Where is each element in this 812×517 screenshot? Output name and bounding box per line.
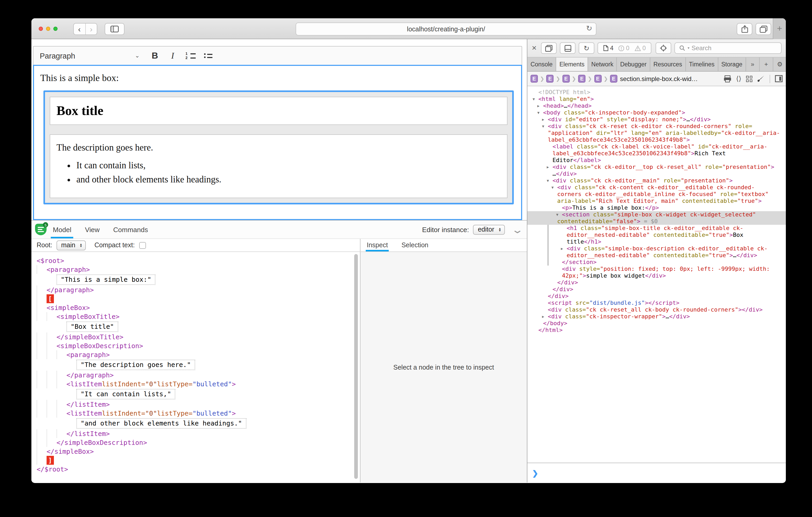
model-tree-node[interactable]: "Box title" — [37, 321, 360, 332]
dom-tree-line[interactable]: ▼<div class="ck ck-content ck-editor__ed… — [527, 184, 786, 191]
model-tree-node[interactable]: </paragraph> — [37, 371, 360, 379]
dom-tree-line[interactable]: title</h1> — [527, 238, 786, 245]
heading-dropdown[interactable]: Paragraph ⌄ — [33, 47, 146, 65]
bulleted-list-button[interactable] — [200, 48, 216, 63]
devtools-tab-resources[interactable]: Resources — [650, 58, 686, 71]
settings-gear-icon[interactable]: ⚙ — [773, 58, 786, 71]
address-bar[interactable]: localhost/creating-a-plugin/ ↻ — [296, 23, 597, 35]
dock-bottom-button[interactable] — [560, 42, 576, 54]
model-tree-node[interactable]: </$root> — [37, 465, 360, 474]
italic-button[interactable]: I — [164, 48, 181, 63]
new-tab-button[interactable]: + — [773, 18, 786, 39]
model-tree-node[interactable]: <simpleBox> — [37, 303, 360, 312]
dom-tree-line[interactable]: ▶<div class="ck-inspector-wrapper">…</di… — [527, 313, 786, 320]
dom-tree-line[interactable]: aria-label="Rich Text Editor, main" cont… — [527, 197, 786, 204]
element-badge[interactable]: E — [610, 75, 617, 83]
devtools-tab-storage[interactable]: Storage — [718, 58, 746, 71]
text-node[interactable]: "It can contain lists," — [77, 389, 175, 399]
simple-box-description[interactable]: The description goes here. It can contai… — [50, 134, 508, 198]
dom-tree-line[interactable]: ▶<div id="editor" style="display: none;"… — [527, 116, 786, 123]
model-tree-node[interactable]: <simpleBoxTitle> — [37, 312, 360, 321]
zoom-window-button[interactable] — [53, 27, 58, 31]
model-tree-node[interactable]: "and other block elements like headings.… — [37, 418, 360, 429]
list-item[interactable]: and other block elements like headings. — [77, 174, 501, 185]
model-tree-node[interactable]: "This is a simple box:" — [37, 274, 360, 285]
dom-tree-line[interactable]: ▼<html lang="en"> — [527, 96, 786, 102]
dom-tree-line[interactable]: Editor</label> — [527, 157, 786, 163]
devtools-tab-timelines[interactable]: Timelines — [686, 58, 718, 71]
responsive-design-icon[interactable] — [775, 75, 783, 83]
element-picker-button[interactable] — [656, 42, 671, 54]
sidebar-button[interactable] — [105, 23, 124, 35]
dom-tree-line[interactable]: <h1 class="simple-box-title ck-editor__e… — [527, 225, 786, 232]
disclosure-open-icon[interactable]: ▼ — [556, 212, 558, 218]
print-styles-icon[interactable] — [724, 75, 731, 82]
reload-page-button[interactable]: ↻ — [579, 42, 594, 54]
disclosure-closed-icon[interactable]: ▶ — [537, 103, 540, 110]
dom-tree-line[interactable]: ▼<section class="simple-box ck-widget ck… — [527, 211, 786, 218]
model-tree-node[interactable]: </paragraph> — [37, 285, 360, 294]
model-tree-node[interactable]: <$root> — [37, 256, 360, 265]
dom-tree-line[interactable]: <label class="ck ck-label ck-voice-label… — [527, 143, 786, 150]
model-tree-node[interactable]: <listItem listIndent="0" listType="bulle… — [37, 409, 360, 418]
intro-paragraph[interactable]: This is a simple box: — [40, 73, 515, 84]
disclosure-open-icon[interactable]: ▼ — [551, 185, 554, 191]
dom-tree-line[interactable]: editor__nested-editable" contenteditable… — [527, 232, 786, 238]
source-code-icon[interactable]: ⟨⟩ — [736, 75, 742, 83]
dom-tree-line[interactable]: ▼<body class="ck-inspector-body-expanded… — [527, 109, 786, 116]
simple-box-widget[interactable]: Box title The description goes here. It … — [44, 90, 514, 204]
share-button[interactable] — [737, 23, 752, 35]
dom-tree-line[interactable]: <div style="position: fixed; top: 0px; l… — [527, 266, 786, 272]
collapse-inspector-icon[interactable]: ⌄ — [511, 223, 524, 236]
dom-tree-line[interactable]: editor__nested-editable" contenteditable… — [527, 252, 786, 259]
tree-scrollbar[interactable] — [354, 254, 358, 479]
disclosure-open-icon[interactable]: ▼ — [532, 96, 535, 103]
text-node[interactable]: "The description goes here." — [77, 360, 195, 370]
paint-flashing-icon[interactable] — [757, 75, 765, 83]
dom-tree-line[interactable]: contenteditable="false"> = $0 — [527, 218, 786, 225]
model-tree-node[interactable]: </simpleBox> — [37, 447, 360, 456]
breadcrumb-current[interactable]: section.simple-box.ck-wid… — [620, 75, 698, 82]
element-badge[interactable]: E — [562, 75, 570, 83]
simple-box-title[interactable]: Box title — [50, 97, 508, 125]
model-tree-node[interactable]: "It can contain lists," — [37, 388, 360, 400]
dom-tree-line[interactable]: </div> — [527, 293, 786, 300]
resource-status-group[interactable]: 4 0 0 — [598, 42, 651, 54]
disclosure-open-icon[interactable]: ▼ — [542, 123, 544, 130]
description-paragraph[interactable]: The description goes here. — [57, 142, 501, 153]
devtools-search-field[interactable]: ▾ Search — [675, 42, 782, 54]
model-tree-node[interactable]: </simpleBoxDescription> — [37, 438, 360, 447]
dom-tree-line[interactable]: </body> — [527, 320, 786, 327]
minimize-window-button[interactable] — [46, 27, 50, 31]
model-tree-node[interactable]: <paragraph> — [37, 265, 360, 274]
dom-tree-line[interactable]: ▶<div class="simple-box-description ck-e… — [527, 245, 786, 252]
element-badge[interactable]: E — [530, 75, 538, 83]
tab-inspect[interactable]: Inspect — [366, 239, 389, 251]
element-badge[interactable]: E — [578, 75, 585, 83]
text-node[interactable]: "Box title" — [66, 322, 118, 332]
console-prompt[interactable]: ❯ — [527, 463, 786, 483]
model-tree-node[interactable]: [ — [37, 294, 360, 303]
disclosure-closed-icon[interactable]: ▶ — [542, 117, 544, 123]
dom-tree-line[interactable]: <!DOCTYPE html> — [527, 89, 786, 96]
devtools-tab-console[interactable]: Console — [527, 58, 556, 71]
compact-text-checkbox[interactable] — [139, 242, 146, 249]
list-item[interactable]: It can contain lists, — [77, 160, 501, 171]
element-badge[interactable]: E — [547, 75, 554, 83]
model-tree-node[interactable]: <paragraph> — [37, 350, 360, 359]
dom-tree-line[interactable]: ▼<div class="ck ck-editor__main" role="p… — [527, 177, 786, 184]
devtools-tab-network[interactable]: Network — [588, 58, 617, 71]
dom-tree-line[interactable]: </div> — [527, 279, 786, 286]
dom-tree-line[interactable]: "application" dir="ltr" lang="en" aria-l… — [527, 130, 786, 136]
tab-view[interactable]: View — [85, 221, 100, 238]
close-devtools-button[interactable]: ✕ — [531, 44, 537, 52]
tab-model[interactable]: Model — [53, 221, 71, 238]
dom-tree-line[interactable]: </div> — [527, 286, 786, 293]
model-tree-node[interactable]: </simpleBoxTitle> — [37, 332, 360, 341]
devtools-tab-debugger[interactable]: Debugger — [617, 58, 650, 71]
disclosure-open-icon[interactable]: ▼ — [537, 110, 540, 117]
devtools-tab-elements[interactable]: Elements — [556, 58, 588, 71]
editor-instance-select[interactable]: editor ▲▼ — [473, 224, 505, 235]
dom-tree-line[interactable]: …</div> — [527, 171, 786, 177]
dom-tree-line[interactable]: label_e63cbbfece34c53ce23501062343f49b8"… — [527, 150, 786, 157]
